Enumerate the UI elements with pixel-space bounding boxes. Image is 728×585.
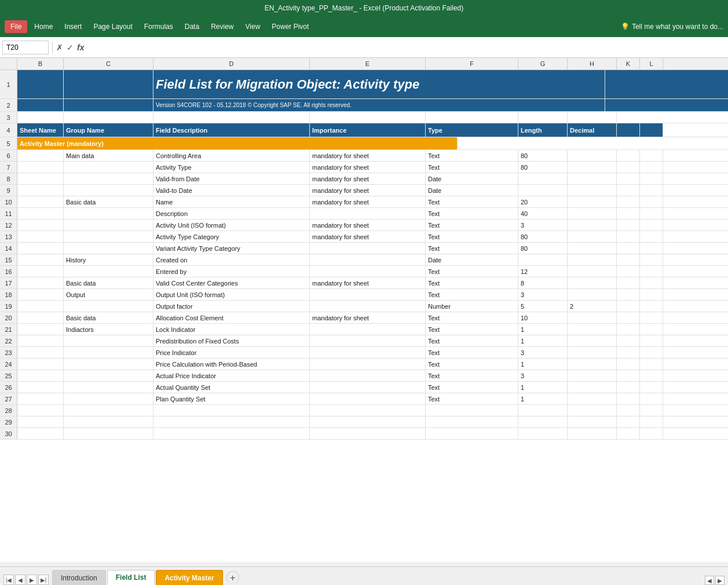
cancel-icon[interactable]: ✗ (56, 43, 63, 52)
cell-b10[interactable] (17, 196, 64, 207)
cell-k10[interactable] (617, 196, 640, 207)
cell-l8[interactable] (640, 173, 663, 184)
cell-c16[interactable] (64, 266, 153, 277)
cell-d15[interactable]: Created on (153, 254, 310, 265)
cell-b25[interactable] (17, 370, 64, 381)
cell-c11[interactable] (64, 208, 153, 219)
cell-d7[interactable]: Activity Type (153, 162, 310, 173)
cell-l29[interactable] (640, 416, 663, 427)
cell-d8[interactable]: Valid-from Date (153, 173, 310, 184)
cell-d17[interactable]: Valid Cost Center Categories (153, 277, 310, 288)
cell-g28[interactable] (518, 405, 568, 416)
header-decimal[interactable]: Decimal (568, 123, 617, 137)
cell-c10[interactable]: Basic data (64, 196, 153, 207)
cell-l12[interactable] (640, 220, 663, 231)
menu-insert[interactable]: Insert (60, 20, 86, 33)
cell-h16[interactable] (568, 266, 617, 277)
cell-e6[interactable]: mandatory for sheet (310, 150, 426, 161)
cell-h8[interactable] (568, 173, 617, 184)
cell-d12[interactable]: Activity Unit (ISO format) (153, 220, 310, 231)
cell-f28[interactable] (426, 405, 518, 416)
cell-d19[interactable]: Output factor (153, 301, 310, 312)
cell-l22[interactable] (640, 335, 663, 346)
cell-k6[interactable] (617, 150, 640, 161)
cell-k20[interactable] (617, 312, 640, 323)
cell-b21[interactable] (17, 324, 64, 335)
cell-g26[interactable]: 1 (518, 382, 568, 393)
cell-k25[interactable] (617, 370, 640, 381)
cell-h18[interactable] (568, 289, 617, 300)
cell-l26[interactable] (640, 382, 663, 393)
menu-file[interactable]: File (5, 20, 27, 33)
cell-h14[interactable] (568, 243, 617, 254)
cell-e7[interactable]: mandatory for sheet (310, 162, 426, 173)
cell-d21[interactable]: Lock Indicator (153, 324, 310, 335)
cell-h13[interactable] (568, 231, 617, 242)
cell-k29[interactable] (617, 416, 640, 427)
menu-power-pivot[interactable]: Power Pivot (267, 20, 313, 33)
menu-home[interactable]: Home (30, 20, 57, 33)
menu-page-layout[interactable]: Page Layout (89, 20, 137, 33)
cell-k11[interactable] (617, 208, 640, 219)
cell-c18[interactable]: Output (64, 289, 153, 300)
cell-h30[interactable] (568, 428, 617, 439)
cell-l6[interactable] (640, 150, 663, 161)
menu-view[interactable]: View (241, 20, 265, 33)
cell-f13[interactable]: Text (426, 231, 518, 242)
menu-review[interactable]: Review (206, 20, 238, 33)
cell-h23[interactable] (568, 347, 617, 358)
cell-e18[interactable] (310, 289, 426, 300)
cell-b1[interactable] (17, 70, 64, 98)
cell-e22[interactable] (310, 335, 426, 346)
cell-b23[interactable] (17, 347, 64, 358)
cell-f21[interactable]: Text (426, 324, 518, 335)
cell-c22[interactable] (64, 335, 153, 346)
cell-b13[interactable] (17, 231, 64, 242)
cell-f24[interactable]: Text (426, 359, 518, 370)
cell-f18[interactable]: Text (426, 289, 518, 300)
cell-f17[interactable]: Text (426, 277, 518, 288)
cell-k9[interactable] (617, 185, 640, 196)
cell-b20[interactable] (17, 312, 64, 323)
cell-e16[interactable] (310, 266, 426, 277)
cell-h27[interactable] (568, 393, 617, 404)
cell-b16[interactable] (17, 266, 64, 277)
tell-me-box[interactable]: 💡 Tell me what you want to do... (621, 23, 723, 31)
cell-g10[interactable]: 20 (518, 196, 568, 207)
cell-g23[interactable]: 3 (518, 347, 568, 358)
cell-d9[interactable]: Valid-to Date (153, 185, 310, 196)
cell-h26[interactable] (568, 382, 617, 393)
cell-c13[interactable] (64, 231, 153, 242)
cell-c2[interactable] (64, 99, 153, 111)
cell-g25[interactable]: 3 (518, 370, 568, 381)
cell-h10[interactable] (568, 196, 617, 207)
cell-k18[interactable] (617, 289, 640, 300)
header-type[interactable]: Type (426, 123, 518, 137)
cell-l25[interactable] (640, 370, 663, 381)
cell-f8[interactable]: Date (426, 173, 518, 184)
cell-k22[interactable] (617, 335, 640, 346)
cell-h6[interactable] (568, 150, 617, 161)
cell-e25[interactable] (310, 370, 426, 381)
cell-e24[interactable] (310, 359, 426, 370)
cell-d25[interactable]: Actual Price Indicator (153, 370, 310, 381)
cell-h25[interactable] (568, 370, 617, 381)
cell-l15[interactable] (640, 254, 663, 265)
fx-icon[interactable]: fx (77, 43, 84, 52)
cell-b29[interactable] (17, 416, 64, 427)
cell-b19[interactable] (17, 301, 64, 312)
cell-c28[interactable] (64, 405, 153, 416)
cell-d16[interactable]: Entered by (153, 266, 310, 277)
cell-e14[interactable] (310, 243, 426, 254)
cell-f9[interactable]: Date (426, 185, 518, 196)
cell-f29[interactable] (426, 416, 518, 427)
menu-data[interactable]: Data (180, 20, 204, 33)
cell-h20[interactable] (568, 312, 617, 323)
header-field-desc[interactable]: Field Description (153, 123, 310, 137)
cell-h28[interactable] (568, 405, 617, 416)
cell-d18[interactable]: Output Unit (ISO format) (153, 289, 310, 300)
cell-g6[interactable]: 80 (518, 150, 568, 161)
cell-l24[interactable] (640, 359, 663, 370)
cell-d27[interactable]: Plan Quantity Set (153, 393, 310, 404)
cell-e30[interactable] (310, 428, 426, 439)
